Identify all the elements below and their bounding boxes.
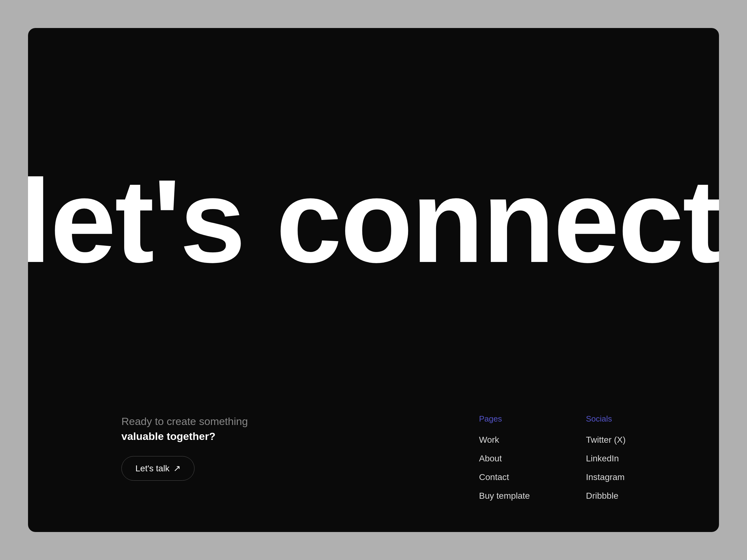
hero-big-text: let's connect [28, 162, 719, 280]
footer-right: Pages Work About Contact Buy template So… [479, 414, 626, 501]
pages-column: Pages Work About Contact Buy template [479, 414, 530, 501]
socials-column: Socials Twitter (X) LinkedIn Instagram D… [586, 414, 626, 501]
nav-link-about[interactable]: About [479, 454, 530, 463]
social-link-instagram[interactable]: Instagram [586, 472, 626, 482]
footer-title: valuable together? [121, 429, 479, 444]
footer-copy: Ready to create something valuable toget… [121, 414, 479, 444]
nav-link-buy-template[interactable]: Buy template [479, 491, 530, 501]
social-link-twitter[interactable]: Twitter (X) [586, 435, 626, 445]
lets-talk-label: Let's talk [135, 463, 170, 474]
socials-label: Socials [586, 414, 626, 424]
arrow-icon: ↗ [173, 463, 181, 474]
pages-label: Pages [479, 414, 530, 424]
lets-talk-button[interactable]: Let's talk ↗ [121, 456, 195, 481]
footer-left: Ready to create something valuable toget… [121, 414, 479, 481]
nav-link-contact[interactable]: Contact [479, 472, 530, 482]
footer: Ready to create something valuable toget… [28, 389, 719, 532]
social-link-linkedin[interactable]: LinkedIn [586, 454, 626, 463]
hero-section: let's connect [28, 28, 719, 389]
footer-subtitle: Ready to create something [121, 414, 479, 429]
main-window: let's connect Ready to create something … [28, 28, 719, 532]
social-link-dribbble[interactable]: Dribbble [586, 491, 626, 501]
nav-link-work[interactable]: Work [479, 435, 530, 445]
